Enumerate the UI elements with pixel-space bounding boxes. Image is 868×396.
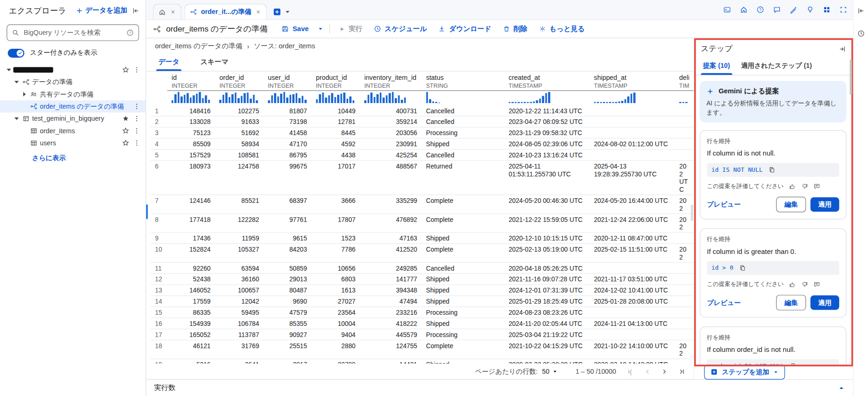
close-tab-icon[interactable] (170, 9, 176, 15)
more-menu-icon[interactable] (131, 103, 142, 110)
column-header[interactable]: delivered_atTIMESTAMP (675, 71, 694, 91)
search-help-icon[interactable]: ? (126, 29, 134, 37)
comment-icon[interactable] (813, 281, 820, 288)
comment-icon[interactable] (813, 183, 820, 190)
preview-link[interactable]: プレビュー (707, 200, 741, 209)
caret-down-icon[interactable] (12, 114, 21, 123)
column-header[interactable]: created_atTIMESTAMP (504, 71, 589, 91)
table-row[interactable]: 2133028916337319812781359214Cancelled202… (151, 117, 694, 128)
table-row[interactable]: 11484161022758180710449400731Cancelled20… (151, 105, 694, 117)
last-page-icon[interactable] (677, 367, 686, 376)
preview-link[interactable]: プレビュー (707, 298, 741, 307)
tab-overflow-caret-icon[interactable] (284, 8, 291, 16)
tree-item[interactable]: 共有データの準備 (0, 88, 146, 100)
star-icon[interactable] (120, 66, 131, 74)
active-tab[interactable]: order_it...の準備 (185, 4, 267, 19)
breadcrumb-item[interactable]: order_items のデータの準備 (155, 42, 243, 51)
table-row[interactable]: 1192260635945085910656249285Cancelled202… (151, 263, 694, 274)
star-icon[interactable] (120, 139, 131, 147)
more-menu-icon[interactable] (131, 139, 142, 147)
more-actions-button[interactable]: もっと見る (533, 24, 589, 33)
column-header[interactable]: product_idINTEGER (312, 71, 360, 91)
home-icon[interactable] (740, 6, 748, 14)
add-data-button[interactable]: データを追加 (76, 6, 128, 15)
schedule-button[interactable]: スケジュール (369, 24, 432, 33)
add-tab-icon[interactable] (272, 7, 281, 17)
sql-snippet[interactable]: id IS NOT NULL (711, 167, 763, 174)
caret-down-icon[interactable] (12, 78, 21, 86)
caret-down-icon[interactable] (5, 65, 13, 74)
thumb-down-icon[interactable] (801, 281, 808, 288)
more-menu-icon[interactable] (131, 127, 142, 135)
table-row[interactable]: 81774181222829776117807476892Complete202… (151, 214, 694, 233)
prev-page-icon[interactable] (643, 367, 651, 376)
table-row[interactable]: 195316364129172279914431Shipped2020-03-2… (151, 359, 694, 364)
rows-per-page-select[interactable]: 50 (542, 368, 558, 376)
search-input[interactable] (23, 28, 123, 37)
steps-scrollbar-thumb[interactable] (850, 59, 852, 95)
feedback-icon[interactable] (773, 6, 781, 14)
save-button[interactable]: Save (276, 25, 313, 33)
more-menu-icon[interactable] (131, 66, 142, 74)
save-options-caret[interactable] (315, 26, 326, 32)
tree-item[interactable]: order_items (0, 125, 146, 137)
copy-icon[interactable] (768, 167, 776, 174)
tree-item[interactable] (0, 64, 146, 76)
starred-only-toggle[interactable] (8, 48, 25, 57)
terminal-icon[interactable] (723, 6, 731, 14)
tab-suggestions[interactable]: 提案 (10) (699, 57, 734, 75)
table-row[interactable]: 125243836160290136803141777Shipped2021-1… (151, 274, 694, 285)
copy-icon[interactable] (739, 265, 747, 272)
tree-item[interactable]: users (0, 137, 146, 149)
close-tab-icon[interactable] (255, 9, 261, 15)
apps-icon[interactable] (823, 6, 831, 14)
thumb-down-icon[interactable] (801, 183, 808, 190)
sql-snippet[interactable]: id > 0 (711, 265, 733, 272)
hint-icon[interactable] (806, 6, 814, 14)
fullscreen-icon[interactable] (839, 6, 848, 14)
table-row[interactable]: 712414685521683973666335299Complete2024-… (151, 195, 694, 214)
thumb-up-icon[interactable] (789, 281, 796, 288)
collapse-sidebar-icon[interactable] (132, 6, 140, 15)
table-row[interactable]: 37512351692414588445203056Processing2023… (151, 128, 694, 139)
apply-button[interactable]: 適用 (811, 296, 839, 310)
show-more-link[interactable]: さらに表示 (0, 149, 146, 163)
tree-item[interactable]: データの準備 (0, 76, 146, 88)
column-header[interactable]: idINTEGER (167, 71, 215, 91)
table-row[interactable]: 61809731247589967517017488567Returned202… (151, 161, 694, 195)
tab-applied-steps[interactable]: 適用されたステップ (1) (737, 57, 817, 75)
table-row[interactable]: 13146052100657804871613394348Shipped2024… (151, 285, 694, 296)
tab-schema[interactable]: スキーマ (198, 54, 231, 71)
column-header[interactable]: statusSTRING (421, 71, 504, 91)
table-row[interactable]: 917436119599615152347163Shipped2020-12-1… (151, 233, 694, 244)
tree-item[interactable]: test_gemini_in_bigquery (0, 112, 146, 124)
history-icon[interactable] (857, 29, 865, 38)
download-button[interactable]: ダウンロード (433, 24, 497, 33)
star-icon[interactable] (120, 127, 131, 135)
column-header[interactable]: shipped_atTIMESTAMP (589, 71, 675, 91)
help-icon[interactable]: ? (756, 6, 765, 14)
add-step-button[interactable]: ステップを追加 (704, 364, 785, 379)
caret-right-icon[interactable] (20, 90, 29, 98)
column-header[interactable]: order_idINTEGER (215, 71, 264, 91)
edit-button[interactable]: 編集 (776, 197, 806, 212)
run-button[interactable]: 実行 (333, 24, 367, 33)
table-row[interactable]: 1586335594954757923564233216Processing20… (151, 307, 694, 318)
table-row[interactable]: 161549391067848535510004418222Shipped202… (151, 318, 694, 329)
tree-item[interactable]: order_items のデータの準備 (0, 100, 146, 112)
next-page-icon[interactable] (660, 367, 669, 376)
table-row[interactable]: 14175591204296902702747494Shipped2025-01… (151, 296, 694, 307)
delete-button[interactable]: 削除 (498, 24, 532, 33)
grid-scrollbar-thumb[interactable] (691, 205, 693, 221)
breadcrumb-item[interactable]: ソース: order_items (254, 42, 315, 51)
tab-data[interactable]: データ (156, 54, 182, 71)
table-row[interactable]: 17165052113787909279404445579Processing2… (151, 329, 694, 340)
table-row[interactable]: 10152824105327842037786412520Complete202… (151, 244, 694, 263)
more-menu-icon[interactable] (131, 115, 142, 123)
apply-button[interactable]: 適用 (811, 197, 839, 212)
home-tab[interactable] (153, 4, 182, 19)
thumb-up-icon[interactable] (789, 183, 796, 190)
copy-icon[interactable] (790, 363, 798, 364)
sql-snippet[interactable]: order_id IS NOT NULL (711, 363, 785, 364)
gemini-pen-icon[interactable] (789, 6, 798, 14)
